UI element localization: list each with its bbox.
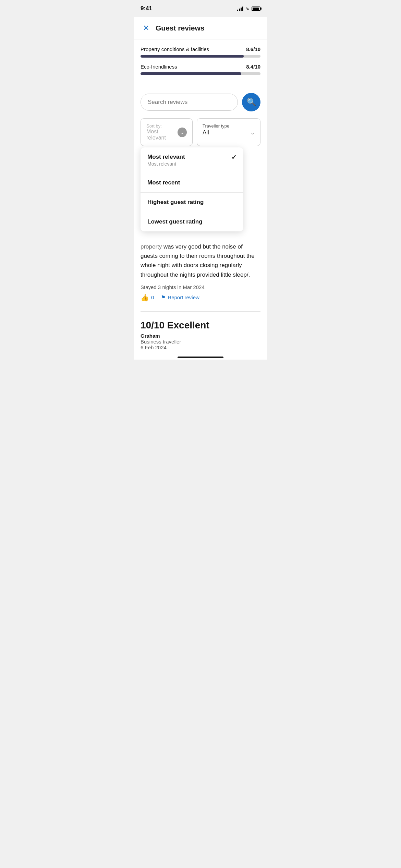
traveller-value-row: All ⌄ bbox=[203, 129, 255, 136]
checkmark-icon: ✓ bbox=[231, 154, 236, 161]
status-bar: 9:41 ∿ bbox=[134, 0, 267, 17]
report-review-button[interactable]: ⚑ Report review bbox=[161, 294, 199, 301]
thumbs-up-icon: 👍 bbox=[141, 293, 149, 302]
review-1: property was very good but the noise of … bbox=[134, 235, 267, 309]
thumbs-up-button[interactable]: 👍 0 bbox=[141, 293, 154, 302]
sort-option-title-highest: Highest guest rating bbox=[147, 199, 236, 206]
reviewer-type: Business traveller bbox=[141, 339, 260, 345]
sort-container: Sort by: Most relevant ⌄ Most relevant bbox=[141, 118, 193, 146]
sort-option-title-lowest: Lowest guest rating bbox=[147, 218, 236, 225]
traveller-value: All bbox=[203, 129, 209, 136]
sort-option-highest-rating[interactable]: Highest guest rating bbox=[141, 193, 243, 212]
reviewer-date: 6 Feb 2024 bbox=[141, 345, 260, 350]
review-1-actions: 👍 0 ⚑ Report review bbox=[141, 293, 260, 302]
progress-bar-property-bg bbox=[141, 55, 260, 58]
traveller-chevron-down-icon: ⌄ bbox=[251, 130, 255, 135]
search-input[interactable] bbox=[148, 99, 231, 106]
flag-icon: ⚑ bbox=[161, 294, 166, 301]
search-section: 🔍 bbox=[134, 85, 267, 118]
rating-label-property: Property conditions & facilities bbox=[141, 46, 209, 52]
close-button[interactable]: ✕ bbox=[141, 23, 151, 34]
sort-dropdown-labels: Sort by: Most relevant bbox=[146, 123, 178, 141]
report-label: Report review bbox=[168, 294, 199, 300]
search-icon: 🔍 bbox=[247, 98, 256, 107]
review-partial-prefix: property bbox=[141, 243, 163, 250]
wifi-icon: ∿ bbox=[245, 6, 250, 11]
sort-menu: Most relevant Most relevant ✓ Most recen… bbox=[141, 147, 243, 231]
review-2-score: 10/10 Excellent bbox=[141, 320, 260, 331]
sort-value: Most relevant bbox=[146, 129, 178, 141]
thumbs-count: 0 bbox=[151, 294, 154, 300]
review-2: 10/10 Excellent Graham Business travelle… bbox=[134, 314, 267, 354]
main-content: ✕ Guest reviews Property conditions & fa… bbox=[134, 17, 267, 360]
reviewer-name: Graham bbox=[141, 333, 260, 339]
sort-label: Sort by: bbox=[146, 123, 178, 129]
search-button[interactable]: 🔍 bbox=[242, 93, 260, 111]
rating-score-eco: 8.4/10 bbox=[246, 64, 260, 70]
traveller-type-dropdown[interactable]: Traveller type All ⌄ bbox=[197, 118, 260, 146]
chevron-down-icon: ⌄ bbox=[180, 130, 184, 135]
progress-bar-property-fill bbox=[141, 55, 244, 58]
search-input-wrapper[interactable] bbox=[141, 94, 238, 111]
signal-bars-icon bbox=[237, 6, 243, 11]
battery-icon bbox=[252, 7, 260, 11]
sort-option-lowest-rating[interactable]: Lowest guest rating bbox=[141, 212, 243, 231]
filter-section: Sort by: Most relevant ⌄ Most relevant bbox=[134, 118, 267, 146]
sort-chevron: ⌄ bbox=[178, 128, 187, 137]
close-icon: ✕ bbox=[143, 24, 149, 33]
progress-bar-eco-fill bbox=[141, 72, 241, 75]
rating-row-property: Property conditions & facilities 8.6/10 bbox=[141, 46, 260, 58]
sort-option-most-relevant[interactable]: Most relevant Most relevant ✓ bbox=[141, 147, 243, 173]
ratings-section: Property conditions & facilities 8.6/10 … bbox=[134, 39, 267, 85]
rating-score-property: 8.6/10 bbox=[246, 46, 260, 52]
status-icons: ∿ bbox=[237, 6, 260, 11]
sort-option-title-most-recent: Most recent bbox=[147, 179, 236, 186]
home-indicator bbox=[134, 354, 267, 360]
header: ✕ Guest reviews bbox=[134, 17, 267, 39]
review-divider bbox=[141, 311, 260, 312]
sort-option-title-most-relevant: Most relevant bbox=[147, 154, 185, 160]
sort-option-most-recent[interactable]: Most recent bbox=[141, 173, 243, 193]
page-title: Guest reviews bbox=[156, 24, 204, 32]
traveller-label: Traveller type bbox=[203, 123, 255, 129]
progress-bar-eco-bg bbox=[141, 72, 260, 75]
review-1-stay-info: Stayed 3 nights in Mar 2024 bbox=[141, 284, 260, 290]
review-1-text: property was very good but the noise of … bbox=[141, 242, 260, 279]
sort-option-subtitle-most-relevant: Most relevant bbox=[147, 161, 185, 167]
rating-label-eco: Eco-friendliness bbox=[141, 64, 177, 70]
status-time: 9:41 bbox=[141, 5, 152, 12]
rating-row-eco: Eco-friendliness 8.4/10 bbox=[141, 64, 260, 75]
home-bar bbox=[178, 357, 223, 358]
filter-row: Sort by: Most relevant ⌄ Most relevant bbox=[141, 118, 260, 146]
sort-dropdown[interactable]: Sort by: Most relevant ⌄ bbox=[141, 118, 193, 146]
